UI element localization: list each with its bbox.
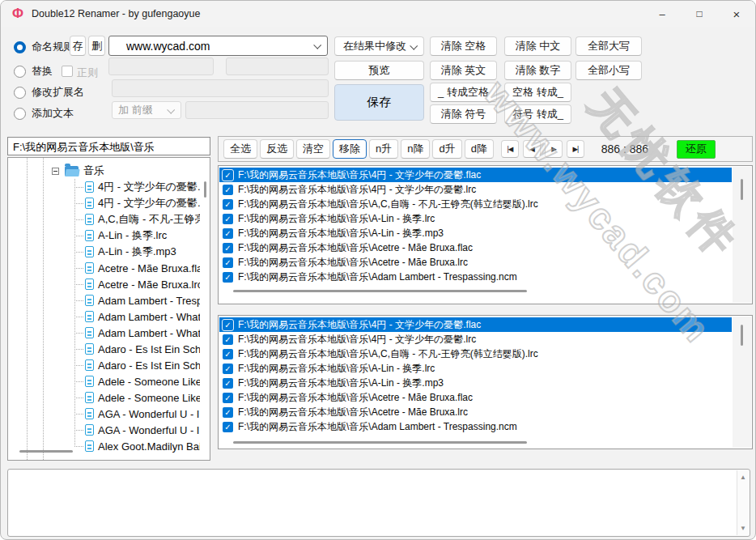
folder-path-input[interactable]: F:\我的网易云音乐本地版\音乐 [7, 137, 210, 155]
checkbox-checked-icon[interactable]: ✓ [223, 364, 233, 374]
result-file-list-panel[interactable]: ✓F:\我的网易云音乐本地版\音乐\4円 - 文学少年の憂鬱.flac✓F:\我… [218, 315, 753, 449]
vertical-scrollbar[interactable] [741, 179, 743, 200]
checkbox-checked-icon[interactable]: ✓ [223, 334, 233, 345]
save-button[interactable]: 保存 [334, 84, 424, 121]
horizontal-scrollbar[interactable] [233, 290, 527, 292]
collapse-icon[interactable] [52, 168, 59, 175]
tree-folder-item[interactable]: 音乐 [8, 163, 200, 179]
replace-search-field[interactable] [108, 57, 214, 75]
vertical-scrollbar-track[interactable] [733, 317, 751, 448]
horizontal-scrollbar[interactable] [19, 450, 73, 453]
quick-action-button[interactable]: _ 转成空格 [430, 83, 497, 102]
list-toolbar-button[interactable]: 清空 [296, 139, 330, 159]
restore-button[interactable]: 还原 [677, 140, 716, 159]
file-list-row[interactable]: ✓F:\我的网易云音乐本地版\音乐\A-Lin - 换季.mp3 [219, 376, 732, 390]
checkbox-checked-icon[interactable]: ✓ [223, 243, 233, 253]
list-toolbar-button[interactable]: d升 [432, 139, 461, 159]
quick-action-button[interactable]: 清除 中文 [504, 36, 571, 56]
tree-file-item[interactable]: 4円 - 文学少年の憂鬱.lrc [8, 195, 200, 211]
vertical-scrollbar[interactable] [741, 325, 743, 346]
checkbox-checked-icon[interactable]: ✓ [223, 214, 233, 224]
checkbox-checked-icon[interactable]: ✓ [223, 199, 233, 210]
list-toolbar-button[interactable]: d降 [465, 139, 494, 159]
tree-file-item[interactable]: A-Lin - 换季.lrc [8, 227, 200, 244]
addtext-field[interactable] [185, 101, 329, 119]
vertical-scrollbar-track[interactable]: ▲ ▼ [737, 470, 749, 535]
tree-file-item[interactable]: Acetre - Mãe Bruxa.lrc [8, 276, 200, 292]
quick-action-button[interactable]: 清除 英文 [430, 61, 497, 80]
quick-action-button[interactable]: 全部小写 [575, 61, 642, 80]
tree-file-item[interactable]: Adaro - Es Ist Ein Schr [8, 357, 200, 373]
tree-file-item[interactable]: Adam Lambert - What [8, 325, 200, 341]
checkbox-checked-icon[interactable]: ✓ [223, 320, 233, 330]
file-list-row[interactable]: ✓F:\我的网易云音乐本地版\音乐\4円 - 文学少年の憂鬱.flac [219, 168, 732, 182]
source-file-list-panel[interactable]: ✓F:\我的网易云音乐本地版\音乐\4円 - 文学少年の憂鬱.flac✓F:\我… [218, 165, 753, 304]
file-list-row[interactable]: ✓F:\我的网易云音乐本地版\音乐\Acetre - Mãe Bruxa.fla… [219, 240, 732, 255]
quick-action-button[interactable]: 符号 转成_ [504, 104, 571, 124]
maximize-button[interactable]: □ [681, 1, 718, 27]
folder-tree-panel[interactable]: 音乐 4円 - 文学少年の憂鬱.fla4円 - 文学少年の憂鬱.lrcA,C,自… [7, 157, 210, 461]
close-button[interactable]: × [718, 1, 755, 27]
replace-with-field[interactable] [226, 57, 329, 75]
quick-action-button[interactable]: 全部大写 [575, 36, 642, 56]
vertical-scrollbar[interactable] [204, 181, 206, 198]
quick-action-button[interactable]: 清除 空格 [430, 36, 497, 56]
tree-file-item[interactable]: A,C,自嗨 - 不凡-王铮亮( [8, 211, 200, 227]
list-toolbar-button[interactable]: 全选 [223, 139, 257, 159]
quick-action-button[interactable]: 清除 数字 [504, 61, 571, 80]
file-list-row[interactable]: ✓F:\我的网易云音乐本地版\音乐\Acetre - Mãe Bruxa.lrc [219, 405, 732, 419]
tree-file-item[interactable]: Adam Lambert - Tresp [8, 292, 200, 308]
file-list-row[interactable]: ✓F:\我的网易云音乐本地版\音乐\Adam Lambert - Trespas… [219, 270, 732, 284]
replace-rule-radio[interactable] [14, 66, 26, 78]
rename-pattern-combobox[interactable]: www.wycad.com [108, 36, 328, 56]
extension-field[interactable] [112, 79, 329, 97]
extension-rule-radio[interactable] [14, 87, 26, 99]
addtext-rule-radio[interactable] [14, 108, 26, 120]
minimize-button[interactable]: – [643, 1, 681, 27]
file-list-row[interactable]: ✓F:\我的网易云音乐本地版\音乐\A-Lin - 换季.lrc [219, 211, 732, 226]
list-toolbar-button[interactable]: 反选 [260, 139, 294, 159]
checkbox-checked-icon[interactable]: ✓ [223, 228, 233, 239]
nav-last-button[interactable]: ▶| [567, 140, 584, 158]
preview-button[interactable]: 预览 [334, 61, 424, 80]
tree-file-item[interactable]: Adele - Someone Like [8, 389, 200, 406]
checkbox-checked-icon[interactable]: ✓ [223, 422, 233, 432]
result-mode-select[interactable]: 在结果中修改 [334, 36, 424, 56]
file-list-row[interactable]: ✓F:\我的网易云音乐本地版\音乐\4円 - 文学少年の憂鬱.lrc [219, 332, 732, 347]
checkbox-checked-icon[interactable]: ✓ [223, 407, 233, 418]
checkbox-checked-icon[interactable]: ✓ [223, 272, 233, 283]
checkbox-checked-icon[interactable]: ✓ [223, 185, 233, 195]
file-list-row[interactable]: ✓F:\我的网易云音乐本地版\音乐\A,C,自嗨 - 不凡-王铮亮(韩立结婴版)… [219, 347, 732, 361]
checkbox-checked-icon[interactable]: ✓ [223, 257, 233, 268]
tree-file-item[interactable]: Acetre - Mãe Bruxa.fla [8, 260, 200, 276]
list-toolbar-button[interactable]: n升 [369, 139, 398, 159]
nav-next-button[interactable]: ▶ [545, 140, 563, 158]
checkbox-checked-icon[interactable]: ✓ [223, 349, 233, 359]
prefix-mode-select[interactable]: 加 前缀 [112, 101, 181, 119]
tree-file-item[interactable]: 4円 - 文学少年の憂鬱.fla [8, 179, 200, 195]
tree-file-item[interactable]: A-Lin - 换季.mp3 [8, 244, 200, 260]
scroll-up-icon[interactable]: ▲ [740, 474, 746, 481]
file-list-row[interactable]: ✓F:\我的网易云音乐本地版\音乐\A,C,自嗨 - 不凡-王铮亮(韩立结婴版)… [219, 197, 732, 211]
checkbox-checked-icon[interactable]: ✓ [223, 378, 233, 389]
vertical-scrollbar-track[interactable] [733, 167, 751, 303]
quick-action-button[interactable]: 空格 转成_ [504, 83, 571, 102]
quick-action-button[interactable]: 清除 符号 [430, 104, 497, 124]
tree-file-item[interactable]: Adam Lambert - What [8, 308, 200, 325]
file-list-row[interactable]: ✓F:\我的网易云音乐本地版\音乐\A-Lin - 换季.lrc [219, 361, 732, 376]
tree-file-item[interactable]: AGA - Wonderful U - I [8, 422, 200, 438]
scroll-down-icon[interactable]: ▼ [740, 525, 746, 532]
checkbox-checked-icon[interactable]: ✓ [223, 393, 233, 403]
delete-rule-button[interactable]: 删 [88, 36, 105, 56]
list-toolbar-button[interactable]: 移除 [333, 139, 367, 159]
horizontal-scrollbar[interactable] [233, 441, 527, 444]
nav-prev-button[interactable]: ◀ [523, 140, 541, 158]
checkbox-checked-icon[interactable]: ✓ [223, 170, 233, 181]
naming-rule-radio[interactable] [14, 41, 26, 53]
file-list-row[interactable]: ✓F:\我的网易云音乐本地版\音乐\4円 - 文学少年の憂鬱.lrc [219, 182, 732, 197]
tree-file-item[interactable]: Adaro - Es Ist Ein Schr [8, 341, 200, 357]
file-list-row[interactable]: ✓F:\我的网易云音乐本地版\音乐\4円 - 文学少年の憂鬱.flac [219, 317, 732, 332]
list-toolbar-button[interactable]: n降 [401, 139, 430, 159]
nav-first-button[interactable]: |◀ [501, 140, 519, 158]
regex-checkbox[interactable] [62, 66, 73, 77]
